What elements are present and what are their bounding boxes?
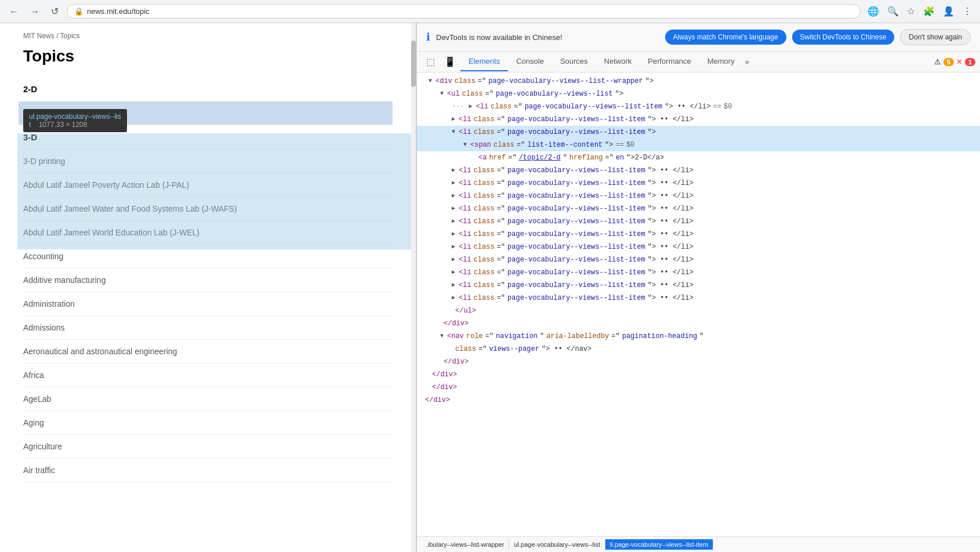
forward-button[interactable]: → (27, 5, 43, 18)
dom-line-selected[interactable]: <li class="page-vocabulary--views--list-… (417, 126, 980, 139)
triangle-icon[interactable] (452, 293, 455, 303)
devtools-notification: ℹ DevTools is now available in Chinese! … (417, 23, 980, 52)
triangle-icon[interactable] (440, 89, 444, 99)
triangle-icon[interactable] (452, 267, 455, 278)
breadcrumb-home[interactable]: MIT News (23, 32, 55, 40)
tab-elements[interactable]: Elements (460, 52, 508, 71)
tab-performance[interactable]: Performance (640, 52, 699, 71)
back-button[interactable]: ← (6, 5, 22, 18)
warning-icon: ⚠ (934, 57, 941, 66)
dom-line[interactable]: <li class="page-vocabulary--views--list-… (417, 215, 980, 228)
dom-line: </div> (417, 355, 980, 368)
list-item[interactable]: Aging (23, 411, 393, 435)
switch-chinese-button[interactable]: Switch DevTools to Chinese (792, 30, 895, 45)
list-item[interactable]: Admissions (23, 316, 393, 340)
triangle-icon[interactable] (452, 114, 455, 125)
triangle-icon[interactable] (452, 229, 455, 239)
dom-line[interactable]: ··· <li class="page-vocabulary--views--l… (417, 100, 980, 113)
dom-line[interactable]: <li class="page-vocabulary--views--list-… (417, 292, 980, 304)
dom-line[interactable]: <a href="/topic/2-d" hreflang="en">2-D</… (417, 151, 980, 164)
tooltip-dimensions: 1077.33 × 1208 (39, 121, 88, 129)
dom-line[interactable]: <li class="page-vocabulary--views--list-… (417, 228, 980, 241)
main-area: ul.page-vocabulary--views--list 1077.33 … (0, 23, 980, 552)
warning-badge: 5 (943, 58, 954, 66)
list-item[interactable]: Abdul Latif Jameel Water and Food System… (23, 197, 393, 221)
list-item[interactable]: Additive manufacturing (23, 268, 393, 292)
triangle-icon[interactable] (452, 191, 455, 201)
dom-line: </ul> (417, 304, 980, 317)
refresh-button[interactable]: ↺ (48, 5, 62, 18)
triangle-icon[interactable] (452, 204, 455, 214)
dom-line[interactable]: <li class="page-vocabulary--views--list-… (417, 241, 980, 253)
inspect-icon[interactable]: ⬚ (422, 53, 440, 71)
profile-button[interactable]: 👤 (941, 3, 957, 19)
triangle-icon[interactable] (440, 331, 444, 342)
zoom-button[interactable]: 🔍 (885, 3, 901, 19)
breadcrumb: MIT News / Topics (23, 32, 393, 40)
list-item[interactable]: Africa (23, 364, 393, 387)
devtools-panel: ℹ DevTools is now available in Chinese! … (416, 23, 980, 552)
webpage-scrollbar-thumb[interactable] (411, 41, 416, 87)
element-tooltip: ul.page-vocabulary--views--list 1077.33 … (23, 109, 127, 132)
dom-line[interactable]: <li class="page-vocabulary--views--list-… (417, 113, 980, 126)
address-bar[interactable]: 🔒 news.mit.edu/topic (67, 4, 861, 19)
bookmark-button[interactable]: ☆ (905, 3, 917, 19)
list-item[interactable]: Administration (23, 292, 393, 316)
list-item[interactable]: 3-D printing (23, 150, 393, 173)
triangle-icon[interactable] (452, 178, 455, 188)
triangle-icon[interactable] (429, 76, 432, 86)
dom-line[interactable]: <li class="page-vocabulary--views--list-… (417, 177, 980, 190)
list-item[interactable]: Air traffic (23, 459, 393, 482)
triangle-icon[interactable] (463, 140, 467, 150)
list-item[interactable]: Aeronautical and astronautical engineeri… (23, 340, 393, 364)
triangle-icon[interactable] (452, 255, 455, 265)
list-item[interactable]: Accounting (23, 245, 393, 268)
dom-tree[interactable]: <div class="page-vocabulary--views--list… (417, 72, 980, 536)
list-item[interactable]: 2-D (23, 77, 393, 101)
menu-button[interactable]: ⋮ (960, 3, 974, 19)
dom-line[interactable]: <li class="page-vocabulary--views--list-… (417, 279, 980, 292)
dots-button[interactable]: ··· (452, 101, 464, 112)
list-item[interactable]: Abdul Latif Jameel Poverty Action Lab (J… (23, 173, 393, 197)
triangle-icon[interactable] (469, 101, 473, 112)
dont-show-again-button[interactable]: Don't show again (900, 29, 971, 45)
tab-console[interactable]: Console (508, 52, 552, 71)
dom-line[interactable]: <li class="page-vocabulary--views--list-… (417, 266, 980, 279)
dom-line-selected[interactable]: <span class="list-item--content"> == $0 (417, 139, 980, 151)
devtools-breadcrumb-bar: .ibulary--views--list-wrapper ul.page-vo… (417, 536, 980, 552)
dom-line[interactable]: <nav role="navigation" aria-labelledby="… (417, 330, 980, 343)
notification-text: DevTools is now available in Chinese! (436, 33, 659, 42)
breadcrumb-item-li[interactable]: li.page-vocabulary--views--list-item (605, 539, 713, 550)
triangle-icon[interactable] (452, 165, 455, 176)
triangle-icon[interactable] (452, 280, 455, 290)
triangle-icon[interactable] (452, 216, 455, 227)
dom-line[interactable]: <li class="page-vocabulary--views--list-… (417, 202, 980, 215)
device-icon[interactable]: 📱 (440, 53, 460, 71)
topics-list: 2-D 📁 2-D 3-D 3-D printing Abdul Latif J… (23, 77, 393, 482)
extensions-button[interactable]: 🧩 (921, 3, 937, 19)
list-item[interactable]: AgeLab (23, 387, 393, 411)
translate-button[interactable]: 🌐 (865, 3, 881, 19)
tab-network[interactable]: Network (596, 52, 640, 71)
dom-line[interactable]: <li class="page-vocabulary--views--list-… (417, 164, 980, 177)
dom-line[interactable]: <li class="page-vocabulary--views--list-… (417, 190, 980, 202)
devtools-badges: ⚠ 5 ✕ 1 (934, 57, 975, 66)
breadcrumb-current: Topics (60, 32, 80, 40)
info-icon: ℹ (426, 31, 430, 43)
dom-line[interactable]: <li class="page-vocabulary--views--list-… (417, 253, 980, 266)
error-badge: 1 (965, 58, 975, 66)
webpage-scrollbar[interactable] (411, 23, 416, 552)
breadcrumb-item-ul[interactable]: ul.page-vocabulary--views--list (509, 539, 605, 550)
dom-line[interactable]: <div class="page-vocabulary--views--list… (417, 75, 980, 88)
dom-line[interactable]: class="views--pager"> •• </nav> (417, 343, 980, 355)
tab-memory[interactable]: Memory (699, 52, 743, 71)
tab-overflow[interactable]: » (743, 53, 752, 71)
dom-line[interactable]: <ul class="page-vocabulary--views--list"… (417, 88, 980, 100)
list-item[interactable]: Agriculture (23, 435, 393, 459)
triangle-icon[interactable] (452, 242, 455, 252)
match-language-button[interactable]: Always match Chrome's language (665, 30, 786, 45)
tab-sources[interactable]: Sources (552, 52, 596, 71)
breadcrumb-item-wrapper[interactable]: .ibulary--views--list-wrapper (422, 539, 509, 550)
triangle-icon[interactable] (452, 127, 455, 137)
list-item[interactable]: Abdul Latif Jameel World Education Lab (… (23, 221, 393, 245)
